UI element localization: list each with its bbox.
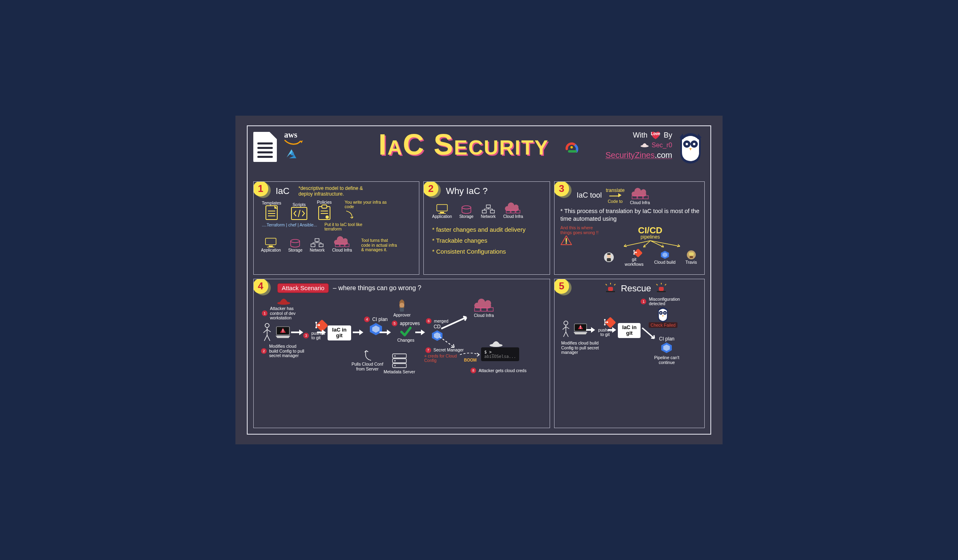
step5-text: approves <box>400 321 420 326</box>
owl-small-icon <box>656 306 670 322</box>
cicd-git: git workflows <box>624 248 644 267</box>
arrow-up-right-icon <box>440 314 472 330</box>
p5-modifies: Modifies cloud build Config to pull secr… <box>561 341 602 355</box>
svg-rect-22 <box>319 244 323 247</box>
git-icon <box>630 248 639 257</box>
panel-3-translate: 3 IaC tool translate Code to Cloud Infra… <box>554 181 705 275</box>
svg-rect-84 <box>608 287 613 291</box>
svg-line-60 <box>267 335 270 341</box>
step5-num: 5 <box>392 321 397 326</box>
svg-rect-30 <box>486 205 490 208</box>
policies-icon <box>318 205 330 220</box>
hacker-hat-icon <box>277 296 291 306</box>
laptop-warning-icon <box>275 326 291 339</box>
step2-text: Modifies cloud build Config to pull secr… <box>269 344 306 358</box>
panel-number-4: 4 <box>253 279 268 294</box>
dev-workstation <box>262 323 291 342</box>
step6-num: 6 <box>426 318 432 324</box>
p2-bullet-2: * Trackable changes <box>432 237 487 244</box>
heart-love-text: Love <box>650 131 661 136</box>
svg-point-96 <box>580 328 581 329</box>
arrow-icon <box>415 330 425 335</box>
svg-point-88 <box>564 321 568 325</box>
terminal-prompt: $ >_ <box>484 350 494 354</box>
svg-rect-87 <box>657 291 666 292</box>
p5-ciplan-label: CI plan <box>659 336 674 342</box>
panels-grid: 1 IaC *descriptive model to define & dep… <box>253 181 705 428</box>
svg-point-103 <box>660 312 662 314</box>
attacker-block: 1 Attacker has control of dev workstatio… <box>262 296 306 321</box>
warning-icon <box>560 235 572 247</box>
p2-label-storage: Storage <box>459 214 473 219</box>
network-icon <box>310 238 324 248</box>
svg-line-92 <box>563 332 566 337</box>
aws-logo: aws <box>284 130 297 140</box>
owl-mascot-icon <box>676 130 705 164</box>
scripts-icon <box>291 207 307 220</box>
p3-warning: And this is where things goes wrong !! <box>560 225 601 235</box>
infographic-canvas: aws IaC Security <box>235 116 723 444</box>
svg-rect-31 <box>482 210 486 213</box>
arrow-icon <box>380 330 391 335</box>
svg-rect-16 <box>265 238 276 245</box>
main-title: IaC Security <box>378 128 580 161</box>
svg-rect-17 <box>269 246 273 247</box>
svg-rect-77 <box>400 308 404 312</box>
p4-cloud: Cloud Infra <box>471 297 496 318</box>
svg-point-73 <box>394 355 395 357</box>
p4-title-rest: – where things can go wrong ? <box>333 284 421 292</box>
svg-rect-21 <box>311 244 315 247</box>
p5-iac-chip: IaC in git <box>618 323 641 338</box>
step3-num: 3 <box>303 333 309 338</box>
p2-label-application: Application <box>432 214 452 219</box>
iac-in-git-chip: IaC in git <box>328 325 351 340</box>
cloud-logos: aws <box>284 130 303 161</box>
storage-icon <box>461 205 472 214</box>
p3-pipelines: pipelines <box>641 234 660 240</box>
svg-rect-44 <box>607 253 611 255</box>
label-cloudbuild: Cloud build <box>654 260 676 265</box>
handle-text: Sec_r0 <box>652 142 672 149</box>
svg-rect-53 <box>690 256 693 258</box>
step4-num: 4 <box>364 317 370 322</box>
p3-cloud: Cloud Infra <box>629 186 652 205</box>
svg-point-55 <box>265 323 269 327</box>
p1-tools: ....Terraform | chef | Ansible... <box>262 222 317 227</box>
p2-network: Network <box>481 205 496 219</box>
network-icon <box>481 205 495 214</box>
step8-num: 8 <box>470 368 476 373</box>
azure-logo-icon <box>284 149 303 161</box>
p2-label-cloud: Cloud Infra <box>503 214 523 219</box>
panel-number-5: 5 <box>554 279 569 294</box>
secret-block: 7 Secret Manager + creds for Cloud Confi… <box>424 347 465 363</box>
p4-title-badge: Attack Scenario <box>277 283 329 293</box>
p2-application: Application <box>432 204 452 219</box>
label-templates: Templates <box>262 200 281 205</box>
svg-line-59 <box>264 335 267 341</box>
cloudbuild-icon <box>660 250 670 260</box>
step1-num: 1 <box>262 310 268 316</box>
fanout-arrows-icon <box>612 240 689 248</box>
terminal-body: abisOSelsa... <box>484 354 516 359</box>
arrow-icon <box>291 330 303 335</box>
svg-rect-86 <box>659 287 664 291</box>
infra-application: Application <box>261 237 281 252</box>
svg-point-104 <box>665 312 666 314</box>
arrow-icon <box>586 327 595 333</box>
arrow-icon <box>608 327 616 333</box>
label-git: git workflows <box>624 257 644 267</box>
outer-frame: aws IaC Security <box>247 125 711 435</box>
boom-label: BOOM <box>464 358 477 362</box>
artifact-policies: Policies <box>317 200 332 220</box>
p3-cloud-label: Cloud Infra <box>630 200 650 205</box>
panel-4-attack: 4 Attack Scenario – where things can go … <box>253 279 550 428</box>
svg-line-90 <box>563 327 566 330</box>
svg-point-76 <box>399 303 404 308</box>
svg-point-4 <box>686 143 688 145</box>
pulls-block: Pulls Cloud Conf from Server <box>351 349 384 371</box>
arrow-icon <box>317 330 326 335</box>
storage-icon <box>290 239 300 248</box>
p3-translate: translate <box>606 187 625 193</box>
cloud-infra-icon <box>503 200 523 214</box>
label-network: Network <box>310 248 325 252</box>
